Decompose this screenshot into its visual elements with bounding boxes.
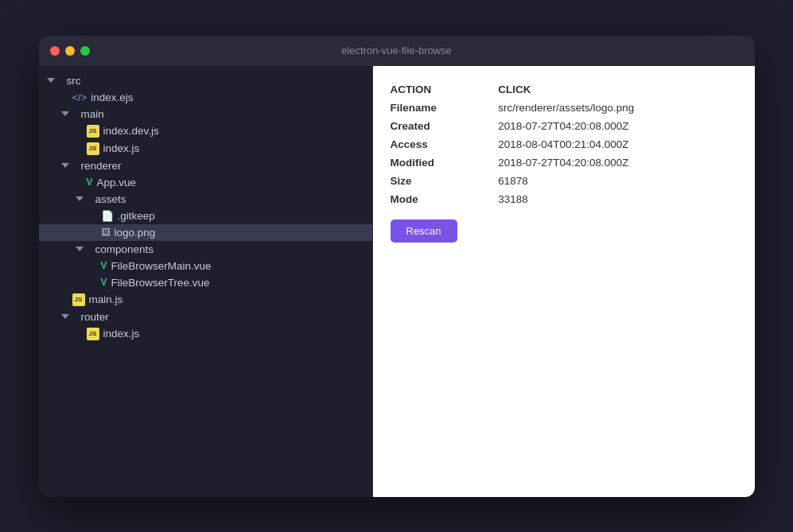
item-label: .gitkeep [118, 210, 155, 222]
mode-label: Mode [391, 190, 499, 208]
icon-area: JS [72, 293, 85, 306]
tree-item-index-dev-js[interactable]: JS index.dev.js [39, 122, 372, 140]
created-row: Created 2018-07-27T04:20:08.000Z [391, 117, 737, 135]
modified-value: 2018-07-27T04:20:08.000Z [498, 153, 737, 172]
filename-value: src/renderer/assets/logo.png [498, 99, 737, 117]
tree-item-router-index-js[interactable]: JS index.js [39, 325, 372, 343]
tree-item-components[interactable]: components [39, 241, 372, 258]
icon-area: JS [87, 125, 99, 138]
item-label: index.js [103, 328, 140, 340]
icon-area: V [87, 177, 93, 188]
content-area: src </> index.ejs main JS index.dev.js J… [39, 66, 755, 497]
file-tree[interactable]: src </> index.ejs main JS index.dev.js J… [39, 66, 373, 497]
rescan-button[interactable]: Rescan [391, 219, 457, 243]
titlebar: electron-vue-file-browse [39, 36, 755, 66]
access-label: Access [391, 135, 499, 153]
vue-icon: V [101, 260, 107, 271]
js-icon: JS [72, 293, 85, 306]
tree-item-app-vue[interactable]: V App.vue [39, 174, 372, 191]
js-icon: JS [87, 328, 99, 340]
icon-area: V [101, 260, 107, 271]
tree-item-main-js[interactable]: JS main.js [39, 291, 372, 309]
tree-item-src[interactable]: src [39, 72, 372, 89]
filename-row: Filename src/renderer/assets/logo.png [391, 99, 737, 117]
action-row: ACTION CLICK [391, 80, 737, 99]
action-label: ACTION [391, 80, 499, 99]
created-value: 2018-07-27T04:20:08.000Z [498, 117, 737, 135]
folder-open-arrow [76, 196, 84, 201]
vue-icon: V [87, 177, 93, 188]
mode-value: 33188 [498, 190, 737, 208]
item-label: index.dev.js [103, 125, 159, 137]
folder-open-arrow [61, 111, 69, 116]
tree-item-router[interactable]: router [39, 309, 372, 325]
code-icon: </> [72, 91, 87, 103]
folder-open-arrow [76, 247, 84, 251]
detail-table: ACTION CLICK Filename src/renderer/asset… [391, 80, 737, 208]
tree-item-logo-png[interactable]: 🖼 logo.png [39, 224, 372, 241]
item-label: components [95, 243, 154, 255]
item-label: assets [95, 193, 126, 205]
close-button[interactable] [50, 46, 60, 56]
traffic-lights [50, 46, 90, 56]
tree-item-filebrowsertree[interactable]: V FileBrowserTree.vue [39, 274, 372, 291]
icon-area: V [101, 277, 107, 288]
item-label: FileBrowserMain.vue [111, 260, 212, 272]
item-label: main.js [89, 293, 123, 305]
file-icon: 📄 [101, 210, 114, 222]
img-icon: 🖼 [101, 227, 111, 238]
icon-area: JS [87, 328, 99, 340]
item-label: renderer [81, 160, 122, 172]
folder-open-arrow [61, 163, 69, 168]
tree-item-renderer[interactable]: renderer [39, 157, 372, 174]
size-value: 61878 [498, 172, 737, 190]
item-label: index.js [103, 142, 140, 154]
app-window: electron-vue-file-browse src </> index.e… [39, 36, 755, 497]
icon-area: 📄 [101, 210, 114, 222]
tree-item-gitkeep[interactable]: 📄 .gitkeep [39, 208, 372, 224]
action-value: CLICK [498, 80, 737, 99]
vue-icon: V [101, 277, 107, 288]
access-value: 2018-08-04T00:21:04.000Z [498, 135, 737, 153]
tree-item-filebrowsermain[interactable]: V FileBrowserMain.vue [39, 258, 372, 274]
item-label: router [81, 311, 109, 323]
modified-row: Modified 2018-07-27T04:20:08.000Z [391, 153, 737, 172]
size-label: Size [391, 172, 499, 190]
tree-item-main[interactable]: main [39, 106, 372, 122]
folder-open-arrow [61, 314, 69, 319]
size-row: Size 61878 [391, 172, 737, 190]
tree-item-index-js-main[interactable]: JS index.js [39, 140, 372, 157]
detail-panel: ACTION CLICK Filename src/renderer/asset… [373, 66, 755, 497]
item-label: App.vue [97, 177, 137, 188]
tree-item-index-ejs[interactable]: </> index.ejs [39, 89, 372, 106]
item-label: main [81, 108, 104, 120]
folder-open-arrow [47, 78, 55, 83]
item-label: logo.png [115, 227, 156, 239]
mode-row: Mode 33188 [391, 190, 737, 208]
created-label: Created [391, 117, 499, 135]
icon-area: 🖼 [101, 227, 111, 238]
js-icon: JS [87, 142, 99, 155]
tree-item-assets[interactable]: assets [39, 191, 372, 208]
js-icon: JS [87, 125, 99, 138]
window-title: electron-vue-file-browse [341, 45, 452, 56]
item-label: src [67, 75, 81, 87]
filename-label: Filename [391, 99, 499, 117]
item-label: FileBrowserTree.vue [111, 277, 210, 289]
access-row: Access 2018-08-04T00:21:04.000Z [391, 135, 737, 153]
icon-area: JS [87, 142, 99, 155]
modified-label: Modified [391, 153, 499, 172]
maximize-button[interactable] [80, 46, 90, 56]
minimize-button[interactable] [65, 46, 75, 56]
item-label: index.ejs [91, 91, 133, 103]
icon-area: </> [72, 91, 87, 103]
